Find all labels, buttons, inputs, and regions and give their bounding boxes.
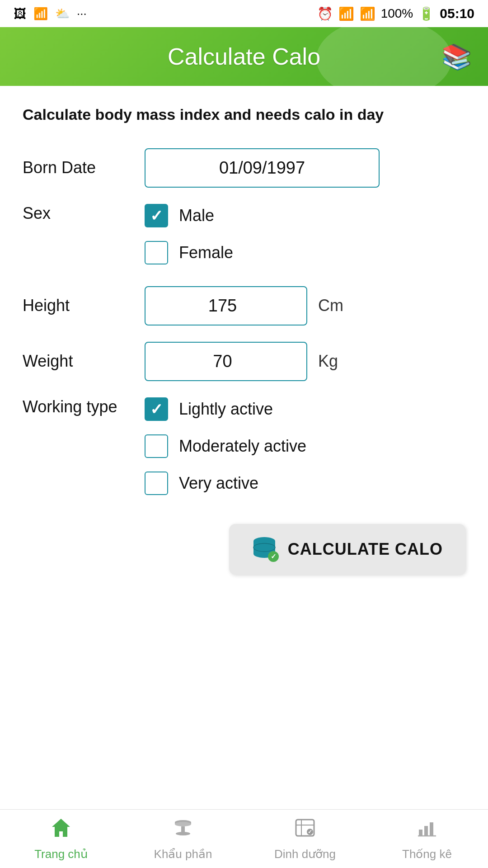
very-active-checkbox[interactable] xyxy=(145,472,168,495)
nav-item-khau-phan[interactable]: Khẩu phần xyxy=(122,817,244,861)
thong-ke-label: Thống kê xyxy=(402,847,452,861)
female-label: Female xyxy=(179,243,233,262)
weight-unit: Kg xyxy=(318,352,338,371)
page-subtitle: Calculate body mass index and needs calo… xyxy=(23,104,465,126)
stats-icon xyxy=(416,817,438,844)
header-books-icon: 📚 xyxy=(441,42,472,71)
weight-input[interactable] xyxy=(145,342,307,381)
battery-icon: 🔋 xyxy=(418,6,434,21)
height-label: Height xyxy=(23,296,145,315)
wifi-icon: 📶 xyxy=(338,6,354,21)
calculate-calo-label: CALCULATE CALO xyxy=(288,540,443,559)
weight-label: Weight xyxy=(23,352,145,371)
bottom-navigation: Trang chủ Khẩu phần ✓ Dinh dưỡng xyxy=(0,809,488,868)
svg-rect-19 xyxy=(430,822,433,836)
svg-marker-6 xyxy=(52,819,70,837)
height-row: Height Cm xyxy=(23,286,465,326)
moderately-active-row[interactable]: Moderately active xyxy=(145,434,306,458)
lightly-active-row[interactable]: Lightly active xyxy=(145,397,306,421)
working-type-options: Lightly active Moderately active Very ac… xyxy=(145,397,306,508)
nutrition-icon: ✓ xyxy=(294,817,316,844)
female-checkbox[interactable] xyxy=(145,241,168,264)
header-title: Calculate Calo xyxy=(168,43,320,70)
time-display: 05:10 xyxy=(440,6,474,21)
database-icon: ✓ xyxy=(252,537,279,562)
dinh-duong-label: Dinh dưỡng xyxy=(274,847,336,861)
born-date-input[interactable] xyxy=(145,148,380,188)
svg-rect-18 xyxy=(424,826,428,836)
weather-icon: ⛅ xyxy=(55,7,70,21)
app-header: Calculate Calo 📚 xyxy=(0,27,488,86)
sex-label: Sex xyxy=(23,204,145,223)
more-icon: ··· xyxy=(77,7,87,21)
female-option-row[interactable]: Female xyxy=(145,241,233,264)
svg-rect-17 xyxy=(419,830,422,836)
working-type-row: Working type Lightly active Moderately a… xyxy=(23,397,465,508)
home-icon xyxy=(50,817,72,844)
sim-icon: 📶 xyxy=(33,7,48,21)
working-type-label: Working type xyxy=(23,397,145,416)
home-label: Trang chủ xyxy=(34,847,88,861)
main-content: Calculate body mass index and needs calo… xyxy=(0,86,488,620)
male-checkbox[interactable] xyxy=(145,204,168,227)
nav-item-home[interactable]: Trang chủ xyxy=(0,817,122,861)
height-unit: Cm xyxy=(318,296,343,315)
food-icon xyxy=(172,817,194,844)
sex-row: Sex Male Female xyxy=(23,204,465,277)
svg-point-11 xyxy=(176,832,190,835)
nav-item-dinh-duong[interactable]: ✓ Dinh dưỡng xyxy=(244,817,366,861)
lightly-active-checkbox[interactable] xyxy=(145,397,168,421)
nav-item-thong-ke[interactable]: Thống kê xyxy=(366,817,488,861)
khau-phan-label: Khẩu phần xyxy=(154,847,212,861)
born-date-label: Born Date xyxy=(23,158,145,177)
very-active-label: Very active xyxy=(179,474,258,493)
height-input[interactable] xyxy=(145,286,307,326)
calculate-calo-button[interactable]: ✓ CALCULATE CALO xyxy=(229,524,465,575)
svg-point-9 xyxy=(175,822,191,826)
status-left-icons: 🖼 📶 ⛅ ··· xyxy=(14,6,87,21)
very-active-row[interactable]: Very active xyxy=(145,472,306,495)
sex-options: Male Female xyxy=(145,204,233,277)
moderately-active-label: Moderately active xyxy=(179,437,306,456)
male-label: Male xyxy=(179,206,214,225)
svg-text:✓: ✓ xyxy=(308,829,312,835)
weight-row: Weight Kg xyxy=(23,342,465,381)
image-icon: 🖼 xyxy=(14,6,26,21)
born-date-row: Born Date xyxy=(23,148,465,188)
moderately-active-checkbox[interactable] xyxy=(145,434,168,458)
lightly-active-label: Lightly active xyxy=(179,400,273,419)
male-option-row[interactable]: Male xyxy=(145,204,233,227)
svg-text:✓: ✓ xyxy=(270,552,276,560)
alarm-icon: ⏰ xyxy=(317,6,333,21)
calculate-button-row: ✓ CALCULATE CALO xyxy=(23,524,465,575)
